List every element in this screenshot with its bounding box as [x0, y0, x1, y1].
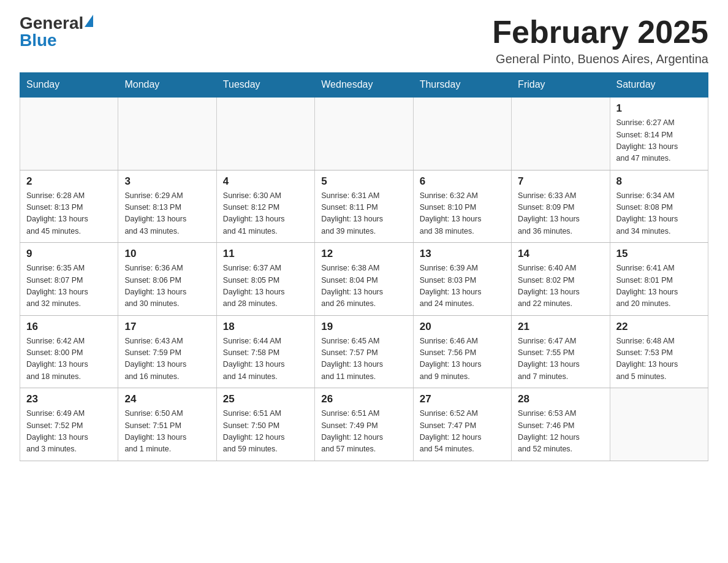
day-number: 12: [321, 248, 406, 260]
calendar-table: SundayMondayTuesdayWednesdayThursdayFrid…: [20, 72, 708, 461]
calendar-cell: 24Sunrise: 6:50 AMSunset: 7:51 PMDayligh…: [118, 388, 216, 461]
calendar-cell: 16Sunrise: 6:42 AMSunset: 8:00 PMDayligh…: [20, 315, 118, 388]
weekday-header-thursday: Thursday: [413, 73, 511, 98]
day-info: Sunrise: 6:34 AMSunset: 8:08 PMDaylight:…: [616, 190, 702, 238]
calendar-cell: [610, 388, 708, 461]
weekday-header-sunday: Sunday: [20, 73, 118, 98]
calendar-cell: 28Sunrise: 6:53 AMSunset: 7:46 PMDayligh…: [512, 388, 610, 461]
week-row-1: 1Sunrise: 6:27 AMSunset: 8:14 PMDaylight…: [20, 97, 708, 170]
weekday-header-row: SundayMondayTuesdayWednesdayThursdayFrid…: [20, 73, 708, 98]
weekday-header-tuesday: Tuesday: [216, 73, 314, 98]
day-number: 24: [124, 393, 210, 405]
calendar-cell: 3Sunrise: 6:29 AMSunset: 8:13 PMDaylight…: [118, 170, 216, 243]
logo-general-text: General: [20, 15, 83, 32]
day-info: Sunrise: 6:51 AMSunset: 7:50 PMDaylight:…: [223, 408, 308, 456]
day-info: Sunrise: 6:50 AMSunset: 7:51 PMDaylight:…: [124, 408, 210, 456]
calendar-cell: [118, 97, 216, 170]
calendar-cell: 27Sunrise: 6:52 AMSunset: 7:47 PMDayligh…: [413, 388, 511, 461]
day-info: Sunrise: 6:29 AMSunset: 8:13 PMDaylight:…: [124, 190, 210, 238]
week-row-5: 23Sunrise: 6:49 AMSunset: 7:52 PMDayligh…: [20, 388, 708, 461]
day-number: 19: [321, 321, 406, 333]
day-info: Sunrise: 6:37 AMSunset: 8:05 PMDaylight:…: [223, 262, 308, 310]
weekday-header-monday: Monday: [118, 73, 216, 98]
day-number: 17: [124, 321, 210, 333]
day-info: Sunrise: 6:35 AMSunset: 8:07 PMDaylight:…: [26, 262, 112, 310]
day-number: 28: [518, 393, 603, 405]
day-info: Sunrise: 6:41 AMSunset: 8:01 PMDaylight:…: [616, 262, 702, 310]
day-info: Sunrise: 6:48 AMSunset: 7:53 PMDaylight:…: [616, 335, 702, 383]
calendar-cell: [413, 97, 511, 170]
weekday-header-wednesday: Wednesday: [315, 73, 413, 98]
calendar-cell: 22Sunrise: 6:48 AMSunset: 7:53 PMDayligh…: [610, 315, 708, 388]
day-info: Sunrise: 6:52 AMSunset: 7:47 PMDaylight:…: [420, 408, 505, 456]
day-number: 10: [124, 248, 210, 260]
calendar-cell: 13Sunrise: 6:39 AMSunset: 8:03 PMDayligh…: [413, 243, 511, 316]
month-title: February 2025: [492, 15, 708, 50]
day-number: 13: [420, 248, 505, 260]
day-info: Sunrise: 6:33 AMSunset: 8:09 PMDaylight:…: [518, 190, 603, 238]
calendar-cell: 10Sunrise: 6:36 AMSunset: 8:06 PMDayligh…: [118, 243, 216, 316]
calendar-cell: 15Sunrise: 6:41 AMSunset: 8:01 PMDayligh…: [610, 243, 708, 316]
calendar-cell: 19Sunrise: 6:45 AMSunset: 7:57 PMDayligh…: [315, 315, 413, 388]
day-number: 25: [223, 393, 308, 405]
day-number: 14: [518, 248, 603, 260]
calendar-cell: 6Sunrise: 6:32 AMSunset: 8:10 PMDaylight…: [413, 170, 511, 243]
calendar-cell: 4Sunrise: 6:30 AMSunset: 8:12 PMDaylight…: [216, 170, 314, 243]
day-info: Sunrise: 6:44 AMSunset: 7:58 PMDaylight:…: [223, 335, 308, 383]
calendar-cell: [20, 97, 118, 170]
day-number: 2: [26, 175, 112, 188]
day-info: Sunrise: 6:51 AMSunset: 7:49 PMDaylight:…: [321, 408, 406, 456]
day-number: 1: [616, 102, 702, 115]
logo-triangle-icon: [85, 15, 93, 27]
day-info: Sunrise: 6:30 AMSunset: 8:12 PMDaylight:…: [223, 190, 308, 238]
calendar-cell: 17Sunrise: 6:43 AMSunset: 7:59 PMDayligh…: [118, 315, 216, 388]
day-info: Sunrise: 6:40 AMSunset: 8:02 PMDaylight:…: [518, 262, 603, 310]
day-number: 27: [420, 393, 505, 405]
calendar-cell: 1Sunrise: 6:27 AMSunset: 8:14 PMDaylight…: [610, 97, 708, 170]
day-number: 15: [616, 248, 702, 260]
day-number: 4: [223, 175, 308, 188]
day-number: 20: [420, 321, 505, 333]
day-info: Sunrise: 6:53 AMSunset: 7:46 PMDaylight:…: [518, 408, 603, 456]
calendar-cell: 25Sunrise: 6:51 AMSunset: 7:50 PMDayligh…: [216, 388, 314, 461]
day-info: Sunrise: 6:38 AMSunset: 8:04 PMDaylight:…: [321, 262, 406, 310]
day-info: Sunrise: 6:31 AMSunset: 8:11 PMDaylight:…: [321, 190, 406, 238]
calendar-cell: 5Sunrise: 6:31 AMSunset: 8:11 PMDaylight…: [315, 170, 413, 243]
day-number: 5: [321, 175, 406, 188]
day-info: Sunrise: 6:45 AMSunset: 7:57 PMDaylight:…: [321, 335, 406, 383]
calendar-cell: [512, 97, 610, 170]
week-row-2: 2Sunrise: 6:28 AMSunset: 8:13 PMDaylight…: [20, 170, 708, 243]
calendar-cell: 9Sunrise: 6:35 AMSunset: 8:07 PMDaylight…: [20, 243, 118, 316]
location-text: General Pinto, Buenos Aires, Argentina: [492, 52, 708, 66]
day-info: Sunrise: 6:47 AMSunset: 7:55 PMDaylight:…: [518, 335, 603, 383]
day-number: 8: [616, 175, 702, 188]
day-info: Sunrise: 6:49 AMSunset: 7:52 PMDaylight:…: [26, 408, 112, 456]
day-info: Sunrise: 6:43 AMSunset: 7:59 PMDaylight:…: [124, 335, 210, 383]
day-number: 3: [124, 175, 210, 188]
day-number: 6: [420, 175, 505, 188]
day-number: 18: [223, 321, 308, 333]
logo-blue-text: Blue: [20, 32, 57, 49]
week-row-3: 9Sunrise: 6:35 AMSunset: 8:07 PMDaylight…: [20, 243, 708, 316]
calendar-cell: [315, 97, 413, 170]
day-number: 9: [26, 248, 112, 260]
calendar-cell: 26Sunrise: 6:51 AMSunset: 7:49 PMDayligh…: [315, 388, 413, 461]
day-number: 7: [518, 175, 603, 188]
calendar-cell: 11Sunrise: 6:37 AMSunset: 8:05 PMDayligh…: [216, 243, 314, 316]
calendar-cell: 12Sunrise: 6:38 AMSunset: 8:04 PMDayligh…: [315, 243, 413, 316]
day-number: 21: [518, 321, 603, 333]
calendar-cell: 8Sunrise: 6:34 AMSunset: 8:08 PMDaylight…: [610, 170, 708, 243]
day-info: Sunrise: 6:42 AMSunset: 8:00 PMDaylight:…: [26, 335, 112, 383]
calendar-cell: [216, 97, 314, 170]
title-block: February 2025 General Pinto, Buenos Aire…: [492, 15, 708, 66]
calendar-cell: 20Sunrise: 6:46 AMSunset: 7:56 PMDayligh…: [413, 315, 511, 388]
day-number: 16: [26, 321, 112, 333]
day-info: Sunrise: 6:32 AMSunset: 8:10 PMDaylight:…: [420, 190, 505, 238]
day-info: Sunrise: 6:46 AMSunset: 7:56 PMDaylight:…: [420, 335, 505, 383]
weekday-header-friday: Friday: [512, 73, 610, 98]
week-row-4: 16Sunrise: 6:42 AMSunset: 8:00 PMDayligh…: [20, 315, 708, 388]
calendar-cell: 18Sunrise: 6:44 AMSunset: 7:58 PMDayligh…: [216, 315, 314, 388]
day-info: Sunrise: 6:28 AMSunset: 8:13 PMDaylight:…: [26, 190, 112, 238]
logo: General Blue: [20, 15, 93, 49]
day-info: Sunrise: 6:39 AMSunset: 8:03 PMDaylight:…: [420, 262, 505, 310]
